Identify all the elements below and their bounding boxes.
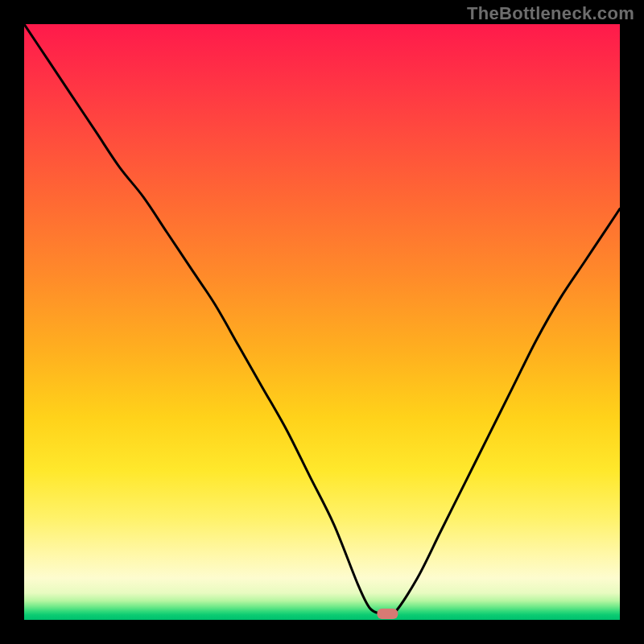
curve-layer	[24, 24, 620, 620]
plot-area	[24, 24, 620, 620]
watermark-text: TheBottleneck.com	[467, 3, 634, 24]
minimum-marker	[377, 609, 398, 619]
chart-frame: TheBottleneck.com	[0, 0, 644, 644]
bottleneck-curve	[24, 24, 620, 617]
